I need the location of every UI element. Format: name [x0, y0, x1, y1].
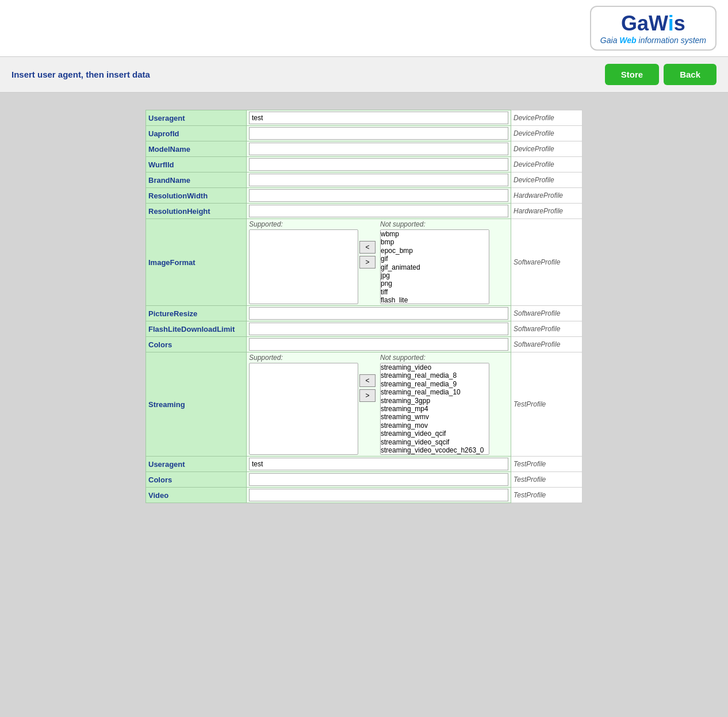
label-useragent-test: Useragent: [146, 457, 247, 472]
store-button[interactable]: Store: [605, 64, 659, 85]
input-uaprofid-cell: [247, 126, 511, 141]
imageformat-move-right-button[interactable]: >: [359, 256, 376, 269]
input-resheight-cell: [247, 204, 511, 219]
toolbar-instruction: Insert user agent, then insert data: [12, 70, 150, 79]
input-wurflid[interactable]: [249, 158, 508, 171]
input-useragent-cell: [247, 110, 511, 126]
logo-web: Web: [619, 36, 636, 45]
label-resheight: ResolutionHeight: [146, 204, 247, 219]
label-wurflid: WurfIId: [146, 157, 247, 172]
table-row: UaprofId DeviceProfile: [146, 126, 583, 141]
streaming-supported-list[interactable]: [249, 363, 358, 455]
logo-title: GaWis: [621, 11, 685, 36]
streaming-move-left-button[interactable]: <: [359, 374, 376, 387]
input-reswidth[interactable]: [249, 189, 508, 202]
table-row: BrandName DeviceProfile: [146, 172, 583, 188]
logo-wi: W: [649, 11, 668, 35]
table-row: FlashLiteDownloadLimit SoftwareProfile: [146, 321, 583, 337]
table-row: Video TestProfile: [146, 488, 583, 503]
input-useragent-test[interactable]: [249, 458, 508, 470]
input-colors-test[interactable]: [249, 473, 508, 486]
streaming-supported-label: Supported:: [249, 354, 376, 362]
imageformat-move-left-button[interactable]: <: [359, 241, 376, 254]
input-reswidth-cell: [247, 188, 511, 204]
table-row: ResolutionHeight HardwareProfile: [146, 204, 583, 219]
input-resheight[interactable]: [249, 205, 508, 217]
imageformat-notsupported-label: Not supported:: [380, 220, 489, 228]
toolbar: Insert user agent, then insert data Stor…: [0, 57, 728, 93]
input-colors-test-cell: [247, 472, 511, 488]
profile-video-test: TestProfile: [511, 488, 583, 503]
label-imageformat: ImageFormat: [146, 219, 247, 306]
input-useragent-test-cell: [247, 457, 511, 472]
imageformat-row: ImageFormat Supported: < >: [146, 219, 583, 306]
imageformat-move-buttons: < >: [359, 241, 376, 269]
input-video-test[interactable]: [249, 489, 508, 501]
profile-brandname: DeviceProfile: [511, 172, 583, 188]
profile-streaming: TestProfile: [511, 352, 583, 457]
label-colors-test: Colors: [146, 472, 247, 488]
label-brandname: BrandName: [146, 172, 247, 188]
table-row: PictureResize SoftwareProfile: [146, 306, 583, 321]
profile-uaprofid: DeviceProfile: [511, 126, 583, 141]
toolbar-buttons: Store Back: [605, 64, 716, 85]
input-brandname-cell: [247, 172, 511, 188]
input-colors-software[interactable]: [249, 338, 508, 351]
streaming-supported-section: Supported: < >: [249, 354, 376, 455]
label-streaming: Streaming: [146, 352, 247, 457]
table-row: ModelName DeviceProfile: [146, 141, 583, 157]
label-video-test: Video: [146, 488, 247, 503]
streaming-row: Streaming Supported: < >: [146, 352, 583, 457]
input-flashlite-cell: [247, 321, 511, 337]
input-flashlite[interactable]: [249, 323, 508, 335]
imageformat-supported-label: Supported:: [249, 220, 376, 228]
profile-wurflid: DeviceProfile: [511, 157, 583, 172]
imageformat-notsupported-list[interactable]: wbmp bmp epoc_bmp gif gif_animated jpg p…: [380, 229, 489, 304]
back-button[interactable]: Back: [664, 64, 716, 85]
label-pictureresize: PictureResize: [146, 306, 247, 321]
profile-reswidth: HardwareProfile: [511, 188, 583, 204]
profile-useragent-test: TestProfile: [511, 457, 583, 472]
imageformat-notsupported-section: Not supported: wbmp bmp epoc_bmp gif gif…: [380, 220, 489, 304]
streaming-move-right-button[interactable]: >: [359, 389, 376, 402]
label-reswidth: ResolutionWidth: [146, 188, 247, 204]
streaming-notsupported-section: Not supported: streaming_video streaming…: [380, 354, 489, 455]
profile-resheight: HardwareProfile: [511, 204, 583, 219]
table-row: Useragent TestProfile: [146, 457, 583, 472]
imageformat-supported-section: Supported: < >: [249, 220, 376, 304]
label-flashlite: FlashLiteDownloadLimit: [146, 321, 247, 337]
profile-pictureresize: SoftwareProfile: [511, 306, 583, 321]
table-row: Colors SoftwareProfile: [146, 337, 583, 352]
profile-modelname: DeviceProfile: [511, 141, 583, 157]
input-useragent[interactable]: [249, 112, 508, 124]
streaming-select-cell: Supported: < > Not supported:: [247, 352, 511, 457]
input-colors-software-cell: [247, 337, 511, 352]
table-row: WurfIId DeviceProfile: [146, 157, 583, 172]
table-row: Useragent DeviceProfile: [146, 110, 583, 126]
input-pictureresize-cell: [247, 306, 511, 321]
label-uaprofid: UaprofId: [146, 126, 247, 141]
logo-ga: Ga: [621, 11, 649, 35]
imageformat-supported-list[interactable]: [249, 229, 358, 304]
profile-useragent: DeviceProfile: [511, 110, 583, 126]
label-colors-software: Colors: [146, 337, 247, 352]
label-useragent: Useragent: [146, 110, 247, 126]
input-uaprofid[interactable]: [249, 127, 508, 140]
input-modelname[interactable]: [249, 143, 508, 155]
main-content: Useragent DeviceProfile UaprofId DeviceP…: [0, 93, 728, 520]
profile-flashlite: SoftwareProfile: [511, 321, 583, 337]
streaming-notsupported-list[interactable]: streaming_video streaming_real_media_8 s…: [380, 363, 489, 455]
input-pictureresize[interactable]: [249, 307, 508, 320]
profile-colors-software: SoftwareProfile: [511, 337, 583, 352]
imageformat-select-cell: Supported: < > Not supported:: [247, 219, 511, 306]
profile-colors-test: TestProfile: [511, 472, 583, 488]
streaming-notsupported-label: Not supported:: [380, 354, 489, 362]
input-brandname[interactable]: [249, 174, 508, 186]
form-table: Useragent DeviceProfile UaprofId DeviceP…: [145, 110, 583, 503]
streaming-move-buttons: < >: [359, 374, 376, 402]
input-modelname-cell: [247, 141, 511, 157]
table-row: Colors TestProfile: [146, 472, 583, 488]
logo-dot-i: i: [668, 11, 674, 35]
logo-s-blue: s: [674, 11, 685, 35]
logo-box: GaWis Gaia Web information system: [590, 6, 716, 51]
